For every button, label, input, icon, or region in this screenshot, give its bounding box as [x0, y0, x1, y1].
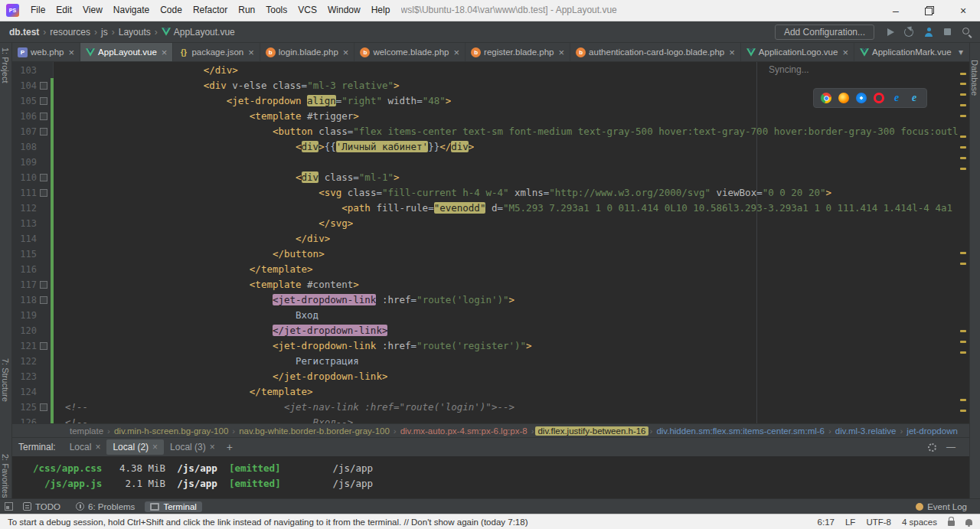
warning-stripe-mark[interactable] [960, 93, 966, 96]
safari-icon[interactable] [856, 93, 867, 103]
warning-stripe-mark[interactable] [960, 104, 966, 106]
minimize-button[interactable]: – [879, 0, 913, 21]
fold-icon[interactable] [37, 400, 51, 415]
edge-icon[interactable]: e [891, 93, 902, 103]
warning-stripe-mark[interactable] [960, 115, 966, 117]
menu-item-navigate[interactable]: Navigate [108, 0, 155, 21]
warning-stripe-mark[interactable] [960, 252, 966, 254]
warning-stripe-mark[interactable] [960, 399, 966, 401]
users-icon[interactable] [923, 27, 934, 38]
file-encoding[interactable]: UTF-8 [866, 518, 891, 527]
warning-stripe-mark[interactable] [960, 168, 966, 170]
menu-item-tools[interactable]: Tools [260, 0, 292, 21]
editor[interactable]: 103 </div>104 <div v-else class="ml-3 re… [12, 62, 969, 423]
warning-stripe-mark[interactable] [960, 410, 966, 412]
stop-icon[interactable] [944, 28, 951, 35]
tool-window-favorites[interactable]: 2: Favorites [1, 454, 10, 498]
toolwindow-problems[interactable]: 6: Problems [70, 501, 140, 512]
menu-item-refactor[interactable]: Refactor [188, 0, 233, 21]
editor-tab[interactable]: bregister.blade.php× [466, 43, 570, 61]
toolwindow-todo[interactable]: TODO [18, 501, 66, 512]
warning-stripe-mark[interactable] [960, 73, 966, 75]
terminal-tab[interactable]: Local (3)× [164, 439, 221, 455]
tool-window-database[interactable]: Database [970, 60, 979, 96]
terminal-tab[interactable]: Local× [64, 439, 107, 455]
close-tab-icon[interactable]: × [248, 47, 254, 58]
close-tab-icon[interactable]: × [842, 47, 848, 58]
hidden-tabs-chevron-icon[interactable]: ▾ [952, 43, 969, 61]
error-stripe[interactable] [959, 62, 969, 423]
editor-tab[interactable]: ApplicationLogo.vue× [741, 43, 854, 61]
warning-stripe-mark[interactable] [960, 341, 966, 343]
sync-icon[interactable] [904, 28, 913, 37]
warning-stripe-mark[interactable] [960, 83, 966, 85]
nav-breadcrumb-item[interactable]: js [100, 27, 109, 38]
close-tab-icon[interactable]: × [210, 442, 215, 452]
nav-breadcrumb-item[interactable]: resources [48, 27, 92, 38]
editor-breadcrumb-item[interactable]: jet-dropdown [904, 426, 959, 436]
close-tab-icon[interactable]: × [95, 442, 100, 452]
editor-breadcrumb-item[interactable]: div.flex.justify-between.h-16 [535, 426, 648, 436]
add-configuration-button[interactable]: Add Configuration... [775, 24, 874, 40]
close-tab-icon[interactable]: × [343, 47, 349, 58]
menu-item-help[interactable]: Help [366, 0, 396, 21]
menu-item-window[interactable]: Window [322, 0, 366, 21]
warning-stripe-mark[interactable] [960, 136, 966, 138]
notifications-icon[interactable] [965, 519, 972, 525]
editor-tab[interactable]: AppLayout.vue× [80, 43, 173, 61]
fold-icon[interactable] [37, 292, 51, 308]
editor-tab[interactable]: {}package.json× [173, 43, 260, 61]
minimize-toolwindow-icon[interactable]: — [946, 442, 956, 452]
editor-breadcrumb-item[interactable]: div.min-h-screen.bg-gray-100 [112, 426, 230, 436]
terminal-tab[interactable]: Local (2)× [106, 439, 164, 455]
editor-tab[interactable]: bauthentication-card-logo.blade.php× [570, 43, 741, 61]
close-tab-icon[interactable]: × [162, 47, 168, 58]
warning-stripe-mark[interactable] [960, 157, 966, 159]
close-tab-icon[interactable]: × [68, 47, 74, 58]
menu-item-file[interactable]: File [25, 0, 51, 21]
menu-item-code[interactable]: Code [155, 0, 188, 21]
warning-stripe-mark[interactable] [960, 263, 966, 265]
fold-icon[interactable] [37, 338, 51, 354]
tool-window-structure[interactable]: 7: Structure [1, 358, 10, 402]
editor-breadcrumb-item[interactable]: nav.bg-white.border-b.border-gray-100 [237, 426, 392, 436]
editor-tab[interactable]: blogin.blade.php× [260, 43, 355, 61]
nav-breadcrumb-item[interactable]: Layouts [117, 27, 152, 38]
close-tab-icon[interactable]: × [453, 47, 459, 58]
editor-breadcrumb-item[interactable]: div.mx-auto.px-4.sm:px-6.lg:px-8 [398, 426, 530, 436]
editor-tab[interactable]: Pweb.php× [12, 43, 80, 61]
fold-icon[interactable] [37, 124, 51, 139]
close-tab-icon[interactable]: × [729, 47, 735, 58]
run-icon[interactable] [887, 28, 894, 36]
editor-breadcrumb-item[interactable]: div.hidden.sm:flex.sm:items-center.sm:ml… [654, 426, 827, 436]
readonly-lock-icon[interactable] [948, 521, 955, 526]
menu-item-vcs[interactable]: VCS [292, 0, 322, 21]
menu-item-run[interactable]: Run [233, 0, 260, 21]
menu-item-view[interactable]: View [77, 0, 108, 21]
line-separator[interactable]: LF [845, 518, 855, 527]
editor-tab[interactable]: ApplicationMark.vue× [854, 43, 952, 61]
terminal-output[interactable]: /css/app.css 4.38 MiB /js/app [emitted] … [12, 456, 969, 498]
toolwindow-terminal[interactable]: Terminal [145, 501, 201, 512]
editor-breadcrumb-item[interactable]: template [67, 426, 106, 436]
close-tab-icon[interactable]: × [559, 47, 565, 58]
new-terminal-icon[interactable]: + [221, 441, 238, 453]
warning-stripe-mark[interactable] [960, 351, 966, 354]
event-log-button[interactable]: Event Log [910, 501, 972, 512]
chrome-icon[interactable] [821, 93, 831, 103]
opera-icon[interactable] [874, 93, 884, 103]
toolwindow-switcher-icon[interactable] [5, 502, 13, 511]
nav-breadcrumb-item[interactable]: db.test [8, 27, 41, 38]
ie-icon[interactable]: e [909, 93, 920, 103]
fold-icon[interactable] [37, 170, 51, 185]
caret-position[interactable]: 6:17 [818, 518, 835, 527]
restore-button[interactable] [913, 0, 946, 21]
close-tab-icon[interactable]: × [152, 442, 158, 452]
fold-icon[interactable] [37, 109, 51, 124]
menu-item-edit[interactable]: Edit [51, 0, 77, 21]
fold-icon[interactable] [37, 277, 51, 292]
firefox-icon[interactable] [838, 93, 849, 103]
tool-window-project[interactable]: 1: Project [1, 47, 10, 83]
indent-info[interactable]: 4 spaces [902, 518, 937, 527]
editor-breadcrumb-item[interactable]: div.ml-3.relative [833, 426, 899, 436]
